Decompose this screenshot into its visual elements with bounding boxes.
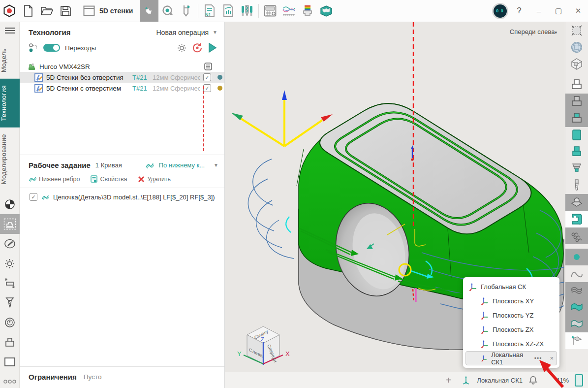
- cs-item-plane-yz[interactable]: Плоскость YZ: [465, 308, 557, 323]
- active-cs-label[interactable]: Локальная СК1: [477, 377, 523, 384]
- iso-view-button[interactable]: [565, 56, 588, 72]
- operations-list-icon[interactable]: [204, 62, 213, 71]
- style-brush-icon[interactable]: [0, 234, 20, 254]
- simulation-button[interactable]: [317, 0, 336, 22]
- cs-item-global[interactable]: Глобальная СК: [465, 280, 557, 294]
- globe-view-button[interactable]: [565, 39, 588, 56]
- measure-tape-button[interactable]: [158, 0, 177, 22]
- cs-item-local-cs1[interactable]: Локальная СК1 ••• ×: [465, 351, 557, 365]
- tool-holder-button[interactable]: [298, 0, 317, 22]
- run-play-icon[interactable]: [208, 42, 217, 53]
- curve-icon: [41, 194, 49, 200]
- show-toolpath-button[interactable]: [565, 227, 588, 244]
- chevron-down-icon[interactable]: ▼: [214, 162, 218, 168]
- fit-view-button[interactable]: [565, 22, 588, 39]
- job-mode-dropdown[interactable]: По нижнему к...: [159, 162, 205, 169]
- constraints-section[interactable]: Ограничения Пусто: [20, 366, 224, 388]
- show-flags-button[interactable]: [565, 332, 588, 349]
- new-file-button[interactable]: [19, 0, 37, 22]
- show-holder-button[interactable]: [565, 127, 588, 144]
- lower-edge-button[interactable]: Нижнее ребро: [29, 176, 80, 183]
- properties-button[interactable]: Свойства: [91, 175, 127, 183]
- operation-checkbox[interactable]: ✓: [203, 73, 211, 81]
- recalculate-icon[interactable]: [192, 42, 203, 53]
- app-window: 5D стенки N1: [0, 0, 588, 388]
- operation-checkbox[interactable]: ✓: [203, 84, 211, 92]
- show-faces-button[interactable]: [565, 316, 588, 332]
- document-tab[interactable]: 5D стенки: [79, 0, 140, 22]
- delete-button[interactable]: Удалить: [138, 176, 171, 183]
- cs-item-plane-xy[interactable]: Плоскость XY: [465, 294, 557, 308]
- notifications-bell-icon[interactable]: [528, 375, 538, 385]
- show-points-button[interactable]: [565, 249, 588, 265]
- main-menu-button[interactable]: [5, 27, 15, 36]
- cube-z-label: Z: [261, 336, 264, 342]
- tab-simulation[interactable]: Моделирование: [0, 128, 20, 191]
- snap-magnet-button[interactable]: [140, 0, 158, 22]
- constraints-title: Ограничения: [29, 373, 77, 381]
- save-button[interactable]: [56, 0, 75, 22]
- chevron-down-icon[interactable]: ▼: [213, 30, 217, 35]
- add-cs-button[interactable]: +: [446, 375, 452, 386]
- viewport-3d[interactable]: Сверху Слева Спереди Y X Z Спереди слева…: [225, 22, 565, 372]
- open-file-button[interactable]: [37, 0, 56, 22]
- show-shank-button[interactable]: [565, 144, 588, 161]
- cs-delete-button[interactable]: ×: [550, 355, 554, 362]
- tool-drill-icon[interactable]: [0, 293, 20, 313]
- show-curves-button[interactable]: [565, 265, 588, 282]
- show-surfaces-button[interactable]: [565, 299, 588, 316]
- datum-icon[interactable]: [0, 194, 20, 214]
- cs-item-plane-xz-zx[interactable]: Плоскость XZ-ZX: [465, 337, 557, 351]
- machine-panel-button[interactable]: [261, 0, 279, 22]
- show-part-button[interactable]: [565, 77, 588, 94]
- view-orientation-dropdown[interactable]: Спереди слева▾: [510, 28, 557, 35]
- tool-gauge-icon[interactable]: [0, 313, 20, 332]
- show-fixture-button[interactable]: [565, 110, 588, 127]
- cs-more-button[interactable]: •••: [534, 355, 542, 362]
- panel-title: Технология: [29, 28, 156, 36]
- settings-gear-icon[interactable]: [0, 254, 20, 273]
- machine-setup-icon[interactable]: [0, 214, 20, 234]
- cs-item-plane-zx[interactable]: Плоскость ZX: [465, 323, 557, 337]
- show-stock-button[interactable]: [565, 94, 588, 110]
- job-title: Рабочее задание: [29, 161, 91, 169]
- press-machine-icon[interactable]: [0, 332, 20, 352]
- operation-row[interactable]: 5D Стенки с отверстием T#21 12мм Сфериче…: [20, 83, 224, 94]
- show-tool-button[interactable]: [565, 177, 588, 194]
- nc-program-button[interactable]: N1: [200, 0, 219, 22]
- operation-row[interactable]: 5D Стенки без отверстия T#21 12мм Сферич…: [20, 72, 224, 83]
- tab-model[interactable]: Модель: [0, 42, 20, 79]
- new-operation-button[interactable]: Новая операция: [156, 29, 209, 36]
- tab-technology[interactable]: Технология: [0, 79, 20, 128]
- graphs-button[interactable]: [279, 0, 298, 22]
- workpiece-transform-icon[interactable]: [0, 273, 20, 293]
- structure-icon[interactable]: [29, 43, 38, 53]
- tools-library-button[interactable]: [238, 0, 256, 22]
- operation-tool-desc: 12мм Сферическа: [153, 85, 200, 92]
- show-meshes-button[interactable]: [565, 282, 588, 299]
- job-curve-item[interactable]: ✓ Цепочка(Деталь\3D model.st..\E[188] LF…: [20, 188, 224, 206]
- more-options-icon[interactable]: [0, 372, 20, 388]
- show-machine-button[interactable]: [565, 211, 588, 227]
- caliper-button[interactable]: [177, 0, 196, 22]
- toolbar-separator: [258, 4, 259, 18]
- show-workpiece-button[interactable]: [565, 194, 588, 211]
- help-button[interactable]: ?: [509, 0, 529, 22]
- show-spindle-button[interactable]: [565, 161, 588, 177]
- operation-settings-gear-icon[interactable]: [177, 43, 187, 53]
- transitions-toggle[interactable]: [43, 44, 60, 52]
- machine-node[interactable]: Hurco VMX42SR: [20, 61, 224, 72]
- titlebar: 5D стенки N1: [0, 0, 588, 22]
- cs-item-label: Плоскость ZX: [493, 326, 533, 333]
- report-button[interactable]: [219, 0, 238, 22]
- maximize-button[interactable]: ▢: [549, 0, 568, 22]
- close-button[interactable]: ✕: [568, 0, 588, 22]
- curve-icon: [145, 162, 154, 169]
- view-cube[interactable]: Сверху Слева Спереди Y X Z: [237, 326, 290, 365]
- item-checkbox[interactable]: ✓: [30, 193, 37, 201]
- assistant-robot-button[interactable]: 0 0: [491, 0, 509, 22]
- stock-box-icon[interactable]: [0, 352, 20, 372]
- axes-icon: [480, 325, 489, 334]
- properties-icon: [91, 175, 97, 183]
- minimize-button[interactable]: –: [529, 0, 549, 22]
